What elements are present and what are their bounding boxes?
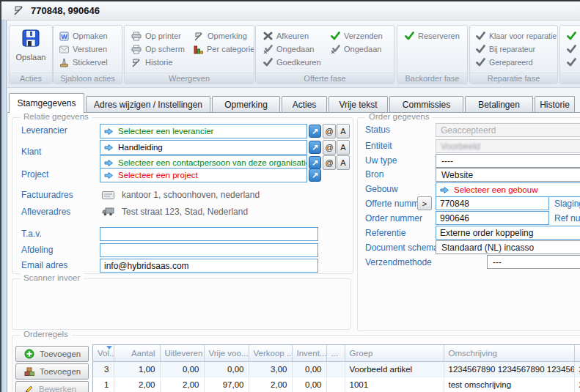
ribbon-item-label: Gerepareerd (489, 58, 533, 67)
offerte-nummer-input[interactable]: 770848 (436, 196, 549, 210)
klant-label: Klant (21, 147, 41, 157)
klant-combo[interactable]: Handleiding (100, 140, 307, 155)
column-header-verkoop[interactable]: Verkoop ... (249, 345, 292, 361)
open-project-button[interactable]: ↗ (309, 169, 321, 182)
ribbon-item-opmerking[interactable]: Opmerking (194, 30, 247, 42)
address-a-button[interactable]: A (337, 124, 350, 138)
check-gray-icon (476, 58, 485, 67)
ribbon-group-caption (560, 73, 580, 84)
tab-historie[interactable]: Historie (535, 96, 575, 112)
afdeling-input[interactable] (100, 243, 318, 257)
tab-opmerking[interactable]: Opmerking (212, 96, 280, 112)
offerte-nummer-expand-button[interactable]: > (417, 196, 432, 210)
toevoegen-artikel-button[interactable]: Toevoegen (15, 363, 89, 380)
tab-adres-wijzigen-instellingen[interactable]: Adres wijzigen / Instellingen (86, 96, 210, 112)
tav-input[interactable] (100, 227, 318, 241)
open-klant-button[interactable]: ↗ (309, 141, 321, 154)
open-leverancier-button[interactable]: ↗ (309, 125, 321, 138)
column-header-omschrijving[interactable]: Omschrijving (444, 345, 574, 361)
status-field: Geaccepteerd (436, 123, 580, 137)
cell-groep: 1001 (345, 377, 444, 392)
open-contactpersoon-button[interactable]: ↗ (309, 156, 321, 169)
gebouw-combo[interactable]: Selecteer een gebouw (436, 182, 580, 197)
slagingskans-label: Slagings (554, 199, 580, 209)
verzendmethode-dropdown[interactable]: --- (487, 255, 580, 269)
ribbon-item-klaar-voor-reparatie[interactable]: Klaar voor reparatie (476, 30, 557, 42)
sort-descending-icon (106, 346, 112, 350)
column-header-aantal[interactable]: Aantal (114, 345, 160, 361)
entiteit-blurred-value: Voorbeeld (441, 141, 480, 152)
check-undo-icon (263, 45, 273, 53)
ribbon-item-partial-2[interactable] (567, 43, 576, 55)
email-adres-input[interactable]: info@hybridsaas.com (100, 259, 318, 273)
toevoegen-button[interactable]: Toevoegen (15, 346, 89, 362)
ribbon-item-historie[interactable]: Historie (131, 56, 172, 68)
check-green-icon (567, 32, 576, 40)
ribbon-item-label: Per categorie (207, 45, 254, 53)
uw-type-dropdown[interactable]: ---- (436, 154, 580, 168)
ribbon-item-label: Ongedaan (276, 45, 314, 53)
afdeling-label: Afdeling (21, 245, 53, 255)
ribbon-item-bij-reparateur[interactable]: Bij reparateur (476, 43, 535, 55)
arrow-right-icon (104, 171, 114, 180)
cell-aantal: 2,00 (114, 377, 160, 392)
tab-vrije-tekst[interactable]: Vrije tekst (328, 96, 388, 112)
column-header-inventaris[interactable]: Invent... (292, 345, 326, 361)
ribbon-item-goedkeuren[interactable]: Goedkeuren (263, 56, 321, 68)
column-header-more[interactable]: ... (326, 345, 345, 361)
ribbon-item-verzenden[interactable]: Verzenden (331, 30, 383, 42)
ribbon-item-reserveren[interactable]: Reserveren (405, 30, 460, 42)
ribbon-item-versturen[interactable]: Versturen (59, 43, 107, 55)
tab-acties[interactable]: Acties (282, 96, 327, 112)
ribbon-item-partial-1[interactable] (567, 30, 576, 42)
ribbon-item-op-scherm[interactable]: Op scherm (131, 43, 185, 55)
column-header-uitleveren[interactable]: Uitleveren (160, 345, 204, 361)
ref-nummer-label: Ref num (554, 213, 580, 223)
button-label: Bewerken (39, 385, 76, 392)
ribbon-item-opmaken[interactable]: W Opmaken (59, 30, 108, 42)
ribbon-item-stickervel[interactable]: Stickervel (59, 56, 108, 68)
ribbon-item-op-printer[interactable]: Op printer (131, 30, 181, 42)
ribbon-item-label: Reserveren (418, 32, 460, 40)
letter-card-icon (102, 191, 114, 199)
table-row[interactable]: 3 1,00 0,00 0,00 3,00 0,00 Voorbeeld art… (93, 361, 580, 377)
printer-icon (131, 32, 142, 41)
ribbon-group-offerte-fase: Afkeuren Ongedaan Goedkeuren Verzenden O… (255, 25, 394, 84)
tab-page-stamgegevens: Relatie gegevens Leverancier Selecteer e… (7, 113, 580, 392)
email-at-button[interactable]: @ (323, 124, 336, 138)
ribbon-item-ongedaan-afkeuren[interactable]: Ongedaan (263, 43, 314, 55)
column-header-cut[interactable] (574, 345, 580, 361)
tab-betalingen[interactable]: Betalingen (465, 96, 533, 112)
referentie-input[interactable]: Externe order koppeling (436, 226, 580, 240)
check-gray-icon (567, 45, 576, 53)
ribbon-group-weergeven: Op printer Op scherm Historie Opmerking … (124, 25, 254, 84)
tab-stamgegevens[interactable]: Stamgegevens (9, 93, 84, 113)
groupbox-caption: Orderregels (20, 330, 72, 339)
email-at-button[interactable]: @ (323, 140, 336, 155)
ribbon-item-gerepareerd[interactable]: Gerepareerd (476, 56, 533, 68)
address-a-button[interactable]: A (337, 155, 350, 170)
ribbon-item-afkeuren[interactable]: Afkeuren (263, 30, 309, 42)
ribbon-item-ongedaan-verzenden[interactable]: Ongedaan (331, 43, 381, 55)
ribbon-item-per-categorie[interactable]: Per categorie (194, 43, 254, 55)
column-header-vrije-voorraad[interactable]: Vrije voo... (204, 345, 249, 361)
column-header-volgorde[interactable]: Vol... (93, 345, 114, 361)
project-combo[interactable]: Selecteer een project (100, 168, 307, 182)
leverancier-combo[interactable]: Selecteer een leverancier (100, 124, 307, 138)
arrow-right-icon (104, 127, 114, 136)
tab-commissies[interactable]: Commissies (389, 96, 463, 112)
bron-dropdown[interactable]: Website (436, 168, 580, 182)
window-titlebar[interactable]: 770848, 990646 (1, 1, 580, 21)
column-header-groep[interactable]: Groep (345, 345, 444, 361)
ribbon-item-partial-3[interactable] (567, 56, 576, 68)
bewerken-button[interactable]: Bewerken (15, 381, 89, 392)
address-a-button[interactable]: A (337, 140, 350, 155)
order-nummer-input[interactable]: 990646 (436, 211, 549, 225)
button-label: Toevoegen (40, 350, 81, 358)
email-at-button[interactable]: @ (323, 155, 336, 170)
save-button[interactable]: Opslaan (10, 29, 52, 62)
document-schema-dropdown[interactable]: Standaard (NL) incasso (436, 240, 580, 254)
project-label: Project (21, 169, 48, 180)
ribbon-item-label: Opslaan (10, 53, 52, 62)
table-row[interactable]: 1 2,00 2,00 97,00 2,00 0,00 1001 test om… (93, 377, 580, 392)
